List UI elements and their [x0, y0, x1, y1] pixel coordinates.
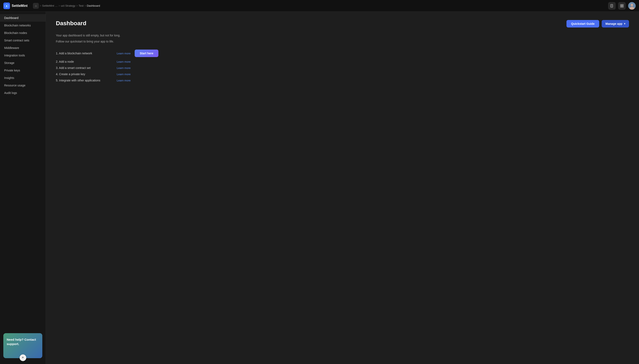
step-label-1: 1. Add a blockchain network: [56, 52, 114, 55]
sidebar-item-insights[interactable]: Insights: [0, 74, 46, 82]
breadcrumb: ⌂ > SettleMint … > uct Strategy > Test >…: [33, 3, 100, 9]
sidebar-item-resource-usage[interactable]: Resource usage: [0, 82, 46, 89]
help-card-btn[interactable]: +: [20, 354, 26, 361]
step-row-3: 3. Add a smart contract set Learn more: [56, 66, 629, 70]
sidebar: Dashboard Blockchain networks Blockchain…: [0, 12, 46, 364]
svg-rect-9: [622, 4, 623, 6]
start-here-button[interactable]: Start here: [135, 50, 158, 57]
subtitle-2: Follow our quickstart to bring your app …: [56, 39, 629, 44]
quickstart-guide-button[interactable]: Quickstart Guide: [566, 20, 599, 28]
step-link-5[interactable]: Learn more: [117, 79, 130, 82]
logo[interactable]: SettleMint: [3, 2, 28, 9]
step-link-2[interactable]: Learn more: [117, 60, 130, 63]
sidebar-item-storage[interactable]: Storage: [0, 59, 46, 67]
svg-rect-8: [620, 4, 622, 6]
step-label-5: 5. Integrate with other applications: [56, 79, 114, 82]
content-header: Dashboard Quickstart Guide Manage app ▾: [56, 20, 629, 28]
step-label-4: 4. Create a private key: [56, 72, 114, 76]
sidebar-item-integration-tools[interactable]: Integration tools: [0, 52, 46, 59]
grid-icon-btn[interactable]: [618, 2, 626, 10]
step-row-5: 5. Integrate with other applications Lea…: [56, 79, 629, 82]
user-avatar[interactable]: [628, 2, 636, 10]
sidebar-bottom: Need help? Contact support. +: [0, 330, 46, 362]
topnav-left: SettleMint ⌂ > SettleMint … > uct Strate…: [3, 2, 100, 9]
manage-app-button[interactable]: Manage app ▾: [602, 20, 629, 28]
sidebar-item-blockchain-nodes[interactable]: Blockchain nodes: [0, 29, 46, 37]
topnav-right: [608, 2, 636, 10]
svg-point-13: [631, 4, 633, 6]
steps-list: 1. Add a blockchain network Learn more S…: [56, 50, 629, 82]
breadcrumb-item-0[interactable]: SettleMint …: [42, 4, 58, 7]
header-actions: Quickstart Guide Manage app ▾: [566, 20, 629, 28]
sidebar-item-private-keys[interactable]: Private keys: [0, 67, 46, 74]
top-navigation: SettleMint ⌂ > SettleMint … > uct Strate…: [0, 0, 639, 12]
main-content: Dashboard Quickstart Guide Manage app ▾ …: [46, 12, 639, 364]
chevron-down-icon: ▾: [624, 22, 625, 25]
breadcrumb-home-btn[interactable]: ⌂: [33, 3, 39, 9]
sidebar-item-middleware[interactable]: Middleware: [0, 44, 46, 52]
help-card-text: Need help? Contact support.: [7, 338, 36, 346]
step-row-1: 1. Add a blockchain network Learn more S…: [56, 50, 629, 57]
sidebar-item-dashboard[interactable]: Dashboard: [0, 14, 46, 22]
document-icon-btn[interactable]: [608, 2, 616, 10]
step-label-2: 2. Add a node: [56, 60, 114, 63]
main-layout: Dashboard Blockchain networks Blockchain…: [0, 12, 639, 364]
breadcrumb-item-2[interactable]: Test: [79, 4, 84, 7]
svg-rect-10: [620, 6, 622, 7]
step-link-3[interactable]: Learn more: [117, 66, 130, 70]
brand-name: SettleMint: [12, 4, 28, 8]
step-link-4[interactable]: Learn more: [117, 73, 130, 76]
step-label-3: 3. Add a smart contract set: [56, 66, 114, 70]
svg-rect-11: [622, 6, 623, 7]
step-row-4: 4. Create a private key Learn more: [56, 72, 629, 76]
sidebar-item-blockchain-networks[interactable]: Blockchain networks: [0, 22, 46, 29]
sidebar-item-smart-contract-sets[interactable]: Smart contract sets: [0, 37, 46, 44]
sidebar-item-audit-logs[interactable]: Audit logs: [0, 89, 46, 96]
subtitle-1: Your app dashboard is still empty, but n…: [56, 33, 629, 38]
page-title: Dashboard: [56, 20, 86, 27]
breadcrumb-item-1[interactable]: uct Strategy: [61, 4, 75, 7]
breadcrumb-item-active: Dashboard: [87, 4, 100, 7]
svg-point-3: [6, 6, 7, 7]
step-row-2: 2. Add a node Learn more: [56, 60, 629, 63]
help-card: Need help? Contact support. +: [3, 333, 42, 358]
step-link-1[interactable]: Learn more: [117, 52, 130, 55]
